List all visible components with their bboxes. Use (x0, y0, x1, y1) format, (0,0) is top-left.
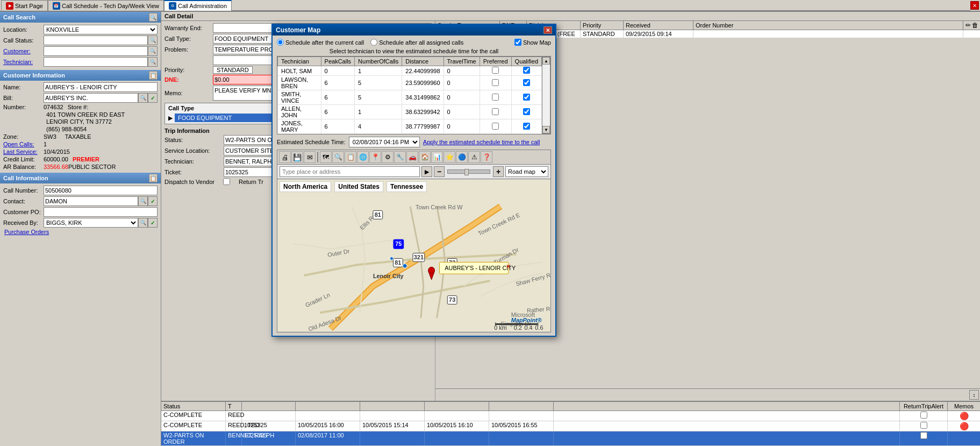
map-icon-7[interactable]: 🔧 (394, 151, 406, 163)
schedule-options-row: Schedule after the current call Schedule… (277, 39, 551, 46)
tech-table: Technician PeakCalls NumberOfCalls Dista… (277, 56, 542, 134)
tech-row-jones[interactable]: JONES, MARY 6 4 38.77799987 0 (278, 119, 542, 134)
svg-text:0 km: 0 km (494, 324, 507, 331)
modal-body: Schedule after the current call Schedule… (273, 36, 555, 336)
svg-text:MapPoint®: MapPoint® (511, 317, 542, 323)
map-search-bar: ▶ − + Road map Aerial Hybrid (277, 165, 551, 179)
tech-row-smith[interactable]: SMITH, VINCE 6 5 34.31499862 0 (278, 90, 542, 105)
map-view-select[interactable]: Road map Aerial Hybrid (505, 166, 548, 177)
map-icon-14[interactable]: ❓ (481, 151, 492, 163)
breadcrumb-united-states[interactable]: United States (334, 181, 383, 192)
email-btn[interactable]: ✉ (304, 151, 316, 163)
svg-text:81: 81 (395, 259, 401, 266)
radio-after-all[interactable]: Schedule after all assigned calls (370, 39, 463, 46)
select-tech-label: Select technician to view the estimated … (277, 48, 551, 54)
breadcrumb-north-america[interactable]: North America (280, 181, 331, 192)
save-btn[interactable]: 💾 (291, 151, 303, 163)
print-btn[interactable]: 🖨 (279, 151, 291, 163)
map-area: Ellis Rd Outer Dr Grader Ln Old Adesa Dr… (277, 179, 551, 332)
schedule-time-row: Estimated Schedule Time: 02/08/2017 04:1… (277, 137, 551, 147)
radio-after-current[interactable]: Schedule after the current call (277, 39, 364, 46)
svg-point-40 (390, 257, 394, 260)
show-map-checkbox[interactable]: Show Map (514, 39, 551, 46)
map-svg: Ellis Rd Outer Dr Grader Ln Old Adesa Dr… (277, 179, 550, 332)
scroll-up-btn[interactable]: ▲ (542, 57, 550, 65)
svg-text:0.6: 0.6 (535, 324, 543, 331)
map-icon-6[interactable]: ⚙ (382, 151, 394, 163)
tech-table-container: Technician PeakCalls NumberOfCalls Dista… (277, 56, 551, 134)
map-icon-9[interactable]: 🏠 (419, 151, 431, 163)
map-zoom-in-btn[interactable]: + (493, 166, 504, 177)
map-icon-2[interactable]: 🔍 (332, 151, 344, 163)
modal-title-bar: Customer Map ✕ (273, 25, 555, 36)
map-icon-12[interactable]: 🔵 (456, 151, 468, 163)
map-search-input[interactable] (280, 166, 420, 177)
modal-overlay: Customer Map ✕ Schedule after the curren… (0, 0, 980, 446)
svg-text:321: 321 (414, 254, 424, 260)
map-icon-4[interactable]: 🌐 (357, 151, 369, 163)
map-search-go-btn[interactable]: ▶ (421, 166, 432, 177)
map-icon-11[interactable]: ⭐ (443, 151, 455, 163)
map-icon-1[interactable]: 🗺 (320, 151, 332, 163)
tech-row-lawson[interactable]: LAWSON, BREN 6 5 23.59099960 0 (278, 76, 542, 90)
map-icon-13[interactable]: ⚠ (468, 151, 480, 163)
svg-text:81: 81 (375, 211, 381, 218)
map-toolbar: 🖨 💾 ✉ 🗺 🔍 📋 🌐 📍 ⚙ 🔧 🚗 🏠 📊 ⭐ 🔵 ⚠ ❓ (277, 150, 551, 165)
svg-text:Lenoir City: Lenoir City (373, 273, 404, 279)
tech-row-allen[interactable]: ALLEN, JOHN 6 1 38.63299942 0 (278, 105, 542, 119)
apply-link[interactable]: Apply the estimated schedule time to the… (423, 139, 540, 145)
svg-point-25 (428, 267, 435, 273)
map-zoom-slider (447, 169, 490, 174)
map-zoom-out-btn[interactable]: − (434, 166, 445, 177)
breadcrumb-tennessee[interactable]: Tennessee (387, 181, 427, 192)
svg-text:0.4: 0.4 (525, 324, 533, 331)
map-icon-8[interactable]: 🚗 (406, 151, 418, 163)
toolbar-sep-1 (317, 152, 318, 162)
svg-text:0.2: 0.2 (514, 324, 522, 331)
map-breadcrumb: North America United States Tennessee (280, 181, 427, 192)
slider-thumb[interactable] (464, 169, 469, 175)
map-icon-5[interactable]: 📍 (369, 151, 381, 163)
schedule-time-select[interactable]: 02/08/2017 04:16 PM (349, 137, 420, 147)
svg-text:Town Creek Rd W: Town Creek Rd W (416, 204, 463, 210)
scroll-down-btn[interactable]: ▼ (542, 126, 550, 133)
svg-text:AUBREY'S - LENOIR CITY: AUBREY'S - LENOIR CITY (445, 265, 516, 271)
modal-title: Customer Map (276, 26, 320, 34)
map-icon-3[interactable]: 📋 (345, 151, 356, 163)
svg-text:75: 75 (395, 240, 402, 247)
tech-table-scrollbar[interactable]: ▲ ▼ (542, 56, 550, 134)
svg-point-39 (403, 264, 407, 268)
customer-map-modal: Customer Map ✕ Schedule after the curren… (271, 24, 556, 337)
modal-close-btn[interactable]: ✕ (543, 26, 552, 34)
map-icon-10[interactable]: 📊 (431, 151, 443, 163)
svg-text:73: 73 (449, 296, 455, 303)
svg-text:✕: ✕ (506, 263, 511, 270)
tech-row-holt[interactable]: HOLT, SAM 0 1 22.44099998 0 (278, 66, 542, 76)
